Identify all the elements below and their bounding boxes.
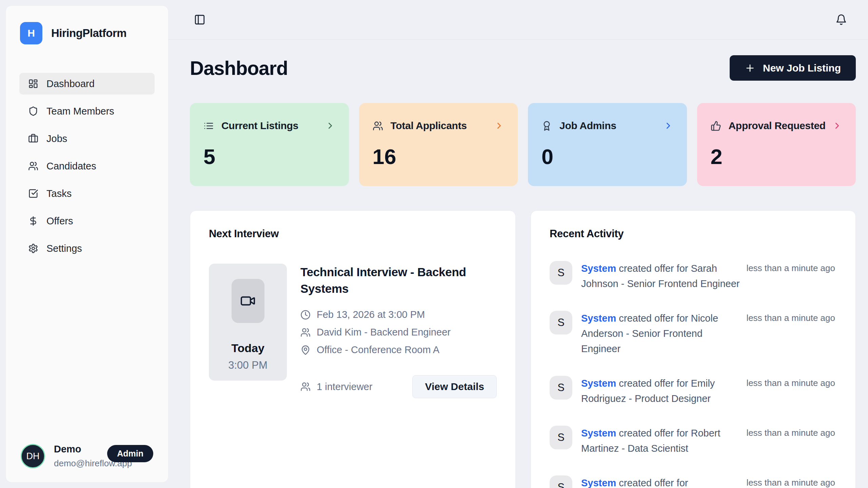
stat-card-current-listings[interactable]: Current Listings 5: [190, 103, 349, 186]
stat-value: 5: [203, 144, 335, 169]
activity-list: S System created offer for Sarah Johnson…: [550, 261, 835, 488]
activity-avatar: S: [550, 426, 572, 449]
video-tile: [232, 279, 264, 323]
activity-text: System created offer for Nicole Anderson…: [581, 311, 741, 357]
dollar-sign-icon: [28, 216, 38, 226]
sidebar-item-label: Dashboard: [46, 78, 95, 89]
stats-row: Current Listings 5 Total Applicants: [190, 103, 856, 186]
sidebar-item-label: Team Members: [46, 106, 114, 117]
activity-actor[interactable]: System: [581, 428, 616, 439]
sidebar-nav: Dashboard Team Members Jobs Candidates T…: [19, 73, 155, 259]
interview-location: Office - Conference Room A: [317, 344, 439, 355]
stat-card-job-admins[interactable]: Job Admins 0: [528, 103, 687, 186]
sidebar-item-dashboard[interactable]: Dashboard: [19, 73, 155, 95]
chevron-right-icon: [832, 121, 842, 131]
award-icon: [541, 121, 552, 131]
sidebar-item-label: Jobs: [46, 133, 67, 144]
sidebar-item-offers[interactable]: Offers: [19, 210, 155, 232]
stat-label: Current Listings: [221, 120, 298, 131]
page-title: Dashboard: [190, 57, 288, 79]
role-badge: Admin: [107, 445, 153, 462]
new-job-listing-button[interactable]: New Job Listing: [730, 55, 856, 81]
stat-card-approval-requested[interactable]: Approval Requested 2: [697, 103, 856, 186]
activity-timestamp: less than a minute ago: [746, 311, 835, 323]
briefcase-icon: [28, 134, 38, 144]
stat-value: 2: [711, 144, 843, 169]
stat-card-total-applicants[interactable]: Total Applicants 16: [359, 103, 518, 186]
sidebar-item-tasks[interactable]: Tasks: [19, 183, 155, 204]
sidebar: H HiringPlatform Dashboard Team Members …: [5, 5, 169, 483]
plus-icon: [745, 63, 755, 74]
activity-actor[interactable]: System: [581, 263, 616, 274]
activity-text: System created offer for Emily Rodriguez…: [581, 376, 741, 406]
interview-time: 3:00 PM: [228, 359, 267, 371]
activity-item: S System created offer for Emily Rodrigu…: [550, 376, 835, 406]
sidebar-item-team-members[interactable]: Team Members: [19, 100, 155, 122]
activity-timestamp: less than a minute ago: [746, 426, 835, 438]
activity-text: System created offer for Christopher Whi…: [581, 475, 741, 488]
sidebar-toggle-button[interactable]: [194, 13, 207, 26]
main-area: Dashboard New Job Listing Current Listin…: [169, 0, 868, 488]
stat-label: Job Admins: [559, 120, 616, 131]
view-details-button[interactable]: View Details: [412, 375, 497, 398]
next-interview-title: Next Interview: [209, 228, 497, 240]
sidebar-item-label: Offers: [46, 216, 73, 227]
interview-candidate: David Kim - Backend Engineer: [317, 327, 451, 338]
activity-avatar: S: [550, 311, 572, 334]
activity-text: System created offer for Robert Martinez…: [581, 426, 741, 456]
activity-timestamp: less than a minute ago: [746, 376, 835, 388]
sidebar-item-jobs[interactable]: Jobs: [19, 128, 155, 149]
activity-item: S System created offer for Christopher W…: [550, 475, 835, 488]
stat-value: 16: [373, 144, 505, 169]
activity-item: S System created offer for Nicole Anders…: [550, 311, 835, 357]
activity-actor[interactable]: System: [581, 378, 616, 389]
stat-label: Approval Requested: [729, 120, 826, 131]
users-icon: [300, 327, 311, 338]
activity-avatar: S: [550, 475, 572, 488]
sidebar-item-label: Settings: [46, 243, 82, 254]
activity-avatar: S: [550, 261, 572, 285]
user-email: demo@hireflow.app: [54, 458, 98, 469]
activity-timestamp: less than a minute ago: [746, 475, 835, 488]
interview-day: Today: [231, 342, 264, 355]
chevron-right-icon: [663, 121, 673, 131]
sidebar-item-candidates[interactable]: Candidates: [19, 155, 155, 177]
activity-actor[interactable]: System: [581, 477, 616, 488]
activity-item: S System created offer for Robert Martin…: [550, 426, 835, 456]
users-icon: [300, 382, 311, 392]
interview-job-title: Technical Interview - Backend Systems: [300, 264, 470, 297]
bell-icon: [835, 14, 848, 25]
recent-activity-title: Recent Activity: [550, 228, 835, 240]
users-icon: [373, 121, 383, 131]
map-pin-icon: [300, 345, 311, 355]
sidebar-item-label: Candidates: [46, 161, 96, 172]
next-interview-panel: Next Interview Today 3:00 PM Technical I…: [190, 210, 516, 488]
interviewer-count: 1 interviewer: [317, 381, 372, 392]
activity-actor[interactable]: System: [581, 313, 616, 324]
recent-activity-panel: Recent Activity S System created offer f…: [531, 210, 856, 488]
user-card[interactable]: DH Demo demo@hireflow.app Admin: [19, 444, 155, 469]
square-check-icon: [28, 188, 38, 199]
new-job-listing-label: New Job Listing: [763, 62, 841, 74]
notifications-button[interactable]: [835, 13, 848, 26]
clock-icon: [300, 310, 311, 320]
list-icon: [203, 121, 214, 131]
stat-label: Total Applicants: [391, 120, 467, 131]
users-icon: [28, 161, 38, 171]
app-name: HiringPlatform: [51, 27, 126, 40]
dashboard-grid-icon: [28, 79, 38, 89]
activity-item: S System created offer for Sarah Johnson…: [550, 261, 835, 291]
chevron-right-icon: [325, 121, 335, 131]
activity-timestamp: less than a minute ago: [746, 261, 835, 273]
user-name: Demo: [54, 444, 98, 455]
brand: H HiringPlatform: [20, 22, 155, 44]
panel-left-icon: [194, 14, 207, 25]
thumbs-up-icon: [711, 121, 721, 131]
dashboard-content: Dashboard New Job Listing Current Listin…: [169, 40, 868, 488]
interview-datetime: Feb 13, 2026 at 3:00 PM: [317, 309, 425, 320]
interview-date-box: Today 3:00 PM: [209, 264, 287, 381]
activity-avatar: S: [550, 376, 572, 400]
sidebar-item-settings[interactable]: Settings: [19, 238, 155, 259]
topbar: [169, 0, 868, 40]
gear-icon: [28, 243, 38, 253]
